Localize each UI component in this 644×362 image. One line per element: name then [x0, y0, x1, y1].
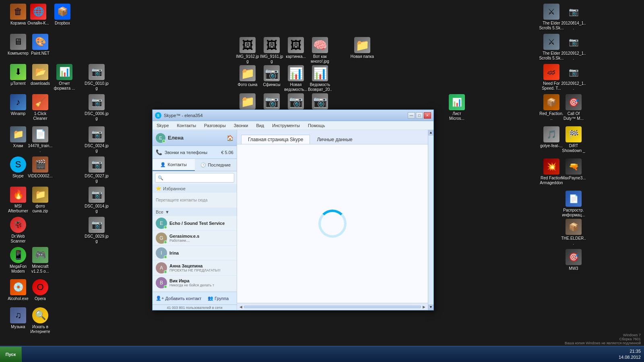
- desktop-icon-opera[interactable]: O Opera: [26, 278, 54, 303]
- home-icon[interactable]: 🏠: [227, 135, 233, 141]
- icon-label-img9162: IMG_9162.jpg: [235, 54, 260, 64]
- skype-right-tabs: Главная страница Skype Личные данные: [237, 130, 428, 144]
- desktop-icon-paintnet[interactable]: 🎨 Paint.NET: [26, 32, 54, 58]
- all-section-header[interactable]: Все ▼: [153, 208, 237, 216]
- skype-left-footer: 👤+ Добавить контакт 👥 Группа: [153, 292, 237, 304]
- maximize-button[interactable]: □: [416, 112, 423, 119]
- tab-personal-data[interactable]: Личные данные: [310, 135, 359, 144]
- icon-img-downloads: 📂: [32, 64, 48, 80]
- desktop-icon-mw3[interactable]: 🎯 MW3: [559, 247, 588, 273]
- contact-info-2: Irina: [169, 251, 233, 255]
- tab-contacts[interactable]: 👤 Контакты: [153, 159, 195, 171]
- win-build: Сборка 7601: [565, 337, 641, 341]
- menu-view[interactable]: Вид: [254, 122, 266, 129]
- close-button[interactable]: ✕: [424, 112, 431, 119]
- favorites-section-header: ⭐ Избранное: [153, 184, 237, 193]
- icon-img-photo4: 📷: [89, 156, 105, 173]
- scroll-right-button[interactable]: ▶: [423, 305, 425, 309]
- desktop-icon-photo3[interactable]: 📷 DSC_0024.jpg: [83, 125, 111, 155]
- skype-window: S Skype™ - elena354 — □ ✕ Skype Контакты…: [152, 109, 434, 311]
- desktop-icon-train[interactable]: 📄 14478_train....: [26, 125, 54, 155]
- icon-img-kartinka: 🖼: [288, 37, 304, 53]
- icon-img-maxp: 🔫: [566, 158, 582, 175]
- icon-img-photo5: 📷: [89, 187, 105, 203]
- desktop-icon-excel[interactable]: 📊 Отчет формата ...: [50, 62, 78, 93]
- desktop-icon-cod[interactable]: 🎯 Call Of Duty™ M...: [559, 93, 588, 123]
- icon-img-word: 📄: [566, 191, 582, 207]
- contact-item-4[interactable]: В Вик Икра Никогда не бойся делать т: [153, 276, 237, 290]
- contact-avatar-3: А: [156, 262, 167, 274]
- desktop-icon-video[interactable]: 🎬 VIDEO0002...: [26, 155, 54, 180]
- contact-item-1[interactable]: G Gerasimov.e.s Работаем....: [153, 231, 237, 246]
- skype-logo-icon: S: [155, 112, 161, 119]
- contact-status-dot-3: [164, 270, 167, 274]
- icon-label-opera: Opera: [35, 296, 46, 301]
- desktop-icon-1click[interactable]: 🧹 1-Click Cleaner: [26, 93, 54, 123]
- icon-img-date2: 📷: [566, 34, 582, 50]
- icon-img-photo1: 📷: [89, 64, 105, 80]
- desktop-icon-date3[interactable]: 📷 20120912_1...: [559, 62, 588, 93]
- desktop-icon-photo6[interactable]: 📷 DSC_0029.jpg: [83, 215, 111, 245]
- desktop-icon-minecraft[interactable]: 🎮 Minecraft v1.2.5 o...: [26, 245, 54, 276]
- contact-item-2[interactable]: I Irina: [153, 246, 237, 261]
- tab-skype-home[interactable]: Главная страница Skype: [241, 135, 310, 144]
- create-group-button[interactable]: 👥 Группа: [208, 296, 229, 301]
- desktop-icon-photo2[interactable]: 📷 DSC_0006.jpg: [83, 93, 111, 123]
- contact-sub-4: Никогда не бойся делать т: [169, 283, 233, 287]
- taskbar-right: 21:35 14.08.2012: [619, 348, 644, 360]
- icon-img-online: 🌐: [30, 4, 46, 20]
- start-button[interactable]: Пуск: [0, 347, 22, 362]
- menu-help[interactable]: Помощь: [306, 122, 327, 129]
- desktop-icon-dirt[interactable]: 🏁 DiRT Showdown _: [559, 125, 588, 155]
- icon-img-rfact: 💥: [543, 158, 559, 175]
- icon-img-elena: 📁: [239, 93, 256, 109]
- scroll-left-button[interactable]: ◀: [239, 305, 242, 309]
- menu-tools[interactable]: Инструменты: [270, 122, 301, 129]
- desktop-icon-dropbox[interactable]: 📦 Dropbox: [48, 2, 76, 27]
- desktop-icon-novpapka[interactable]: 📁 Новая папка: [348, 35, 376, 61]
- desktop-icon-theeld[interactable]: 📦 THE.ELDER...: [559, 217, 588, 247]
- user-avatar: Е: [156, 133, 165, 143]
- icon-label-word: Распростр. информац...: [561, 208, 586, 218]
- add-contact-button[interactable]: 👤+ Добавить контакт: [156, 296, 201, 301]
- vertical-scrollbar[interactable]: ▲ ▼: [428, 130, 433, 310]
- minimize-button[interactable]: —: [408, 112, 415, 119]
- contact-item-3[interactable]: А Анна Зацепина ПРОЕКТЫ НЕ ПРЕДЛАГАТЬ!!!: [153, 261, 237, 276]
- icon-img-nfs: 🏎: [543, 64, 559, 80]
- icon-label-downloads: downloads: [31, 81, 50, 86]
- icon-img-train: 📄: [32, 126, 48, 142]
- desktop-icon-word[interactable]: 📄 Распростр. информац...: [559, 189, 588, 219]
- menu-conversations[interactable]: Разговоры: [202, 122, 227, 129]
- icon-img-novpapka: 📁: [354, 37, 370, 53]
- star-icon: ⭐: [156, 186, 161, 191]
- contact-item-0[interactable]: E Echo / Sound Test Service: [153, 216, 237, 231]
- contact-status-dot-2: [164, 255, 167, 259]
- scroll-up-button[interactable]: ▲: [428, 130, 433, 136]
- icon-label-mw3: MW3: [569, 266, 578, 271]
- desktop-icon-fotosyn[interactable]: 📁 фото сына.zip: [26, 185, 54, 215]
- desktop-icon-date1[interactable]: 📷 20120814_1...: [559, 2, 588, 32]
- icon-label-paintnet: Paint.NET: [31, 51, 50, 56]
- menu-contacts[interactable]: Контакты: [175, 122, 198, 129]
- icon-img-photo3: 📷: [89, 126, 105, 142]
- icon-label-excel: Отчет формата ...: [52, 81, 77, 91]
- contact-search[interactable]: 🔍: [155, 173, 234, 183]
- desktop-icon-drweb[interactable]: 🐞 Dr.Web Scanner: [4, 215, 32, 245]
- desktop-icon-photo4[interactable]: 📷 DSC_0027.jpg: [83, 155, 111, 185]
- icon-label-date2: 20120912_1...: [561, 51, 586, 61]
- horizontal-scrollbar[interactable]: [244, 306, 421, 308]
- tab-recent[interactable]: 🕒 Последние: [195, 159, 237, 171]
- right-content-area: Главная страница Skype Личные данные ◀ ▶: [237, 130, 433, 310]
- skype-phone-bar[interactable]: 📞 Звонки на телефоны € 5.06: [153, 146, 237, 159]
- desktop-icon-search[interactable]: 🔍 Искать в Интернете: [26, 306, 54, 336]
- desktop-icon-list[interactable]: 📊 Лист Micros...: [443, 93, 471, 123]
- menu-calls[interactable]: Звонки: [232, 122, 250, 129]
- desktop-icon-maxp[interactable]: 🔫 MaxPayne3...: [559, 157, 588, 182]
- icon-label-skype: Skype: [12, 174, 24, 179]
- menu-skype[interactable]: Skype: [155, 122, 171, 129]
- scroll-down-button[interactable]: ▼: [428, 304, 433, 310]
- desktop-icon-photo5[interactable]: 📷 DSC_0014.jpg: [83, 185, 111, 215]
- desktop-icon-vot[interactable]: 🧠 Вот как много!.jpg: [306, 35, 334, 66]
- desktop-icon-date2[interactable]: 📷 20120912_1...: [559, 32, 588, 62]
- desktop-icon-photo1[interactable]: 📷 DSC_0010.jpg: [83, 62, 111, 93]
